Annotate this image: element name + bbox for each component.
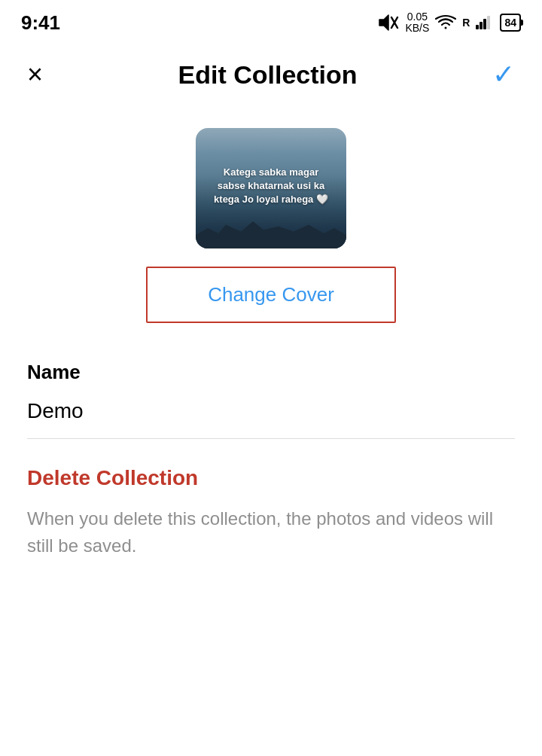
nav-bar: × Edit Collection ✓ bbox=[0, 44, 542, 105]
carrier-text: R bbox=[462, 17, 470, 29]
svg-rect-4 bbox=[483, 19, 486, 29]
speed-indicator: 0.05 KB/S bbox=[405, 11, 429, 35]
delete-description: When you delete this collection, the pho… bbox=[27, 505, 515, 559]
svg-rect-2 bbox=[476, 25, 479, 29]
delete-collection-button[interactable]: Delete Collection bbox=[27, 466, 515, 490]
name-label: Name bbox=[27, 361, 515, 384]
status-icons: 0.05 KB/S R 84 bbox=[378, 11, 521, 35]
page-title: Edit Collection bbox=[178, 60, 358, 90]
cover-image-container: Katega sabka magar sabse khatarnak usi k… bbox=[196, 128, 346, 248]
delete-section: Delete Collection When you delete this c… bbox=[0, 439, 542, 575]
confirm-button[interactable]: ✓ bbox=[492, 59, 515, 90]
status-bar: 9:41 0.05 KB/S R 84 bbox=[0, 0, 542, 41]
battery-indicator: 84 bbox=[500, 14, 521, 32]
status-time: 9:41 bbox=[21, 11, 60, 35]
cover-image-text: Katega sabka magar sabse khatarnak usi k… bbox=[211, 166, 331, 207]
svg-rect-5 bbox=[487, 16, 490, 29]
wifi-icon bbox=[435, 14, 456, 31]
change-cover-button[interactable]: Change Cover bbox=[146, 267, 396, 323]
cover-section: Katega sabka magar sabse khatarnak usi k… bbox=[0, 105, 542, 338]
signal-icon bbox=[476, 16, 494, 29]
name-value[interactable]: Demo bbox=[27, 399, 515, 439]
form-section: Name Demo bbox=[0, 338, 542, 439]
cover-image: Katega sabka magar sabse khatarnak usi k… bbox=[196, 128, 346, 248]
close-button[interactable]: × bbox=[27, 61, 43, 88]
mute-icon bbox=[378, 14, 399, 31]
svg-rect-3 bbox=[480, 22, 483, 29]
battery-level: 84 bbox=[504, 17, 516, 29]
